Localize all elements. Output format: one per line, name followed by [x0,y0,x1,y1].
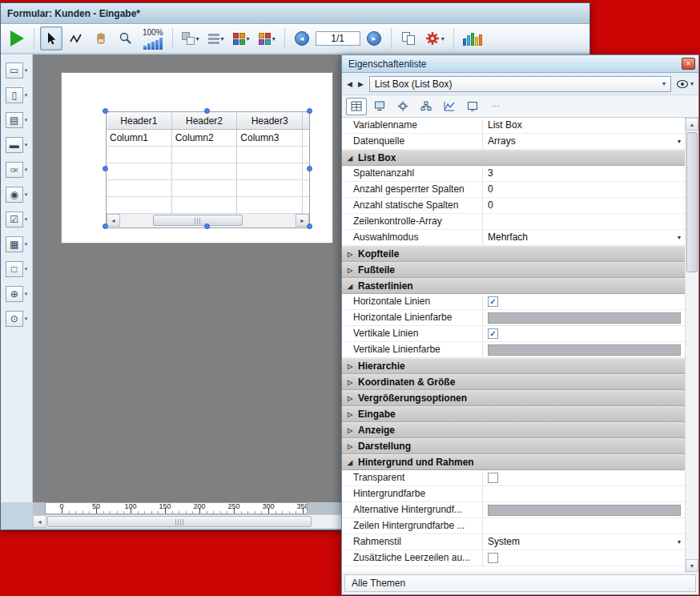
toolbox-button-dial[interactable]: ⊙ [6,311,23,327]
themes-footer[interactable]: Alle Themen [344,574,696,592]
property-row-alternative-hintergrundf[interactable]: Alternative Hintergrundf... [342,502,685,518]
color-scheme-button[interactable]: ▾ [230,26,253,50]
scroll-down-icon[interactable]: ▼ [686,559,698,572]
listbox-cell[interactable] [172,163,238,179]
color-field[interactable] [488,505,681,516]
selection-handle[interactable] [307,108,312,114]
scroll-thumb[interactable] [686,132,698,272]
property-value[interactable] [483,310,685,325]
dropdown-arrow-icon[interactable]: ▾ [678,138,681,145]
property-value[interactable]: ✓ [483,326,685,341]
checkbox[interactable] [488,473,498,483]
listbox-cell[interactable] [172,180,238,196]
page-indicator[interactable]: 1/1 [316,31,360,46]
property-value[interactable] [483,550,685,566]
object-selector-combo[interactable]: List Box (List Box) ▾ [369,76,671,92]
dropdown-arrow-icon[interactable]: ▾ [25,142,28,148]
zoom-tool-button[interactable] [115,26,137,50]
color-field[interactable] [488,344,681,356]
zoom-display[interactable]: 100% [139,26,167,51]
property-row-vertikale-linienfarbe[interactable]: Vertikale Linienfarbe [342,342,685,358]
scroll-left-icon[interactable]: ◄ [107,214,120,227]
scroll-left-icon[interactable]: ◄ [33,515,46,528]
tab-curve[interactable] [439,98,460,115]
dropdown-arrow-icon[interactable]: ▾ [25,316,28,322]
color-grid-button[interactable]: ▾ [255,26,279,50]
property-group-list-box[interactable]: ◢List Box [342,150,685,166]
property-value[interactable]: 3 [483,166,685,181]
dropdown-arrow-icon[interactable]: ▾ [25,241,28,248]
dropdown-arrow-icon[interactable]: ▾ [25,191,28,198]
property-group-kopfteile[interactable]: ▷Kopfteile [342,246,685,262]
property-row-datenquelle[interactable]: DatenquelleArrays▾ [342,134,685,150]
select-tool-button[interactable] [40,26,62,50]
window-titlebar[interactable]: Formular: Kunden - Eingabe* [1,3,589,24]
draw-tool-button[interactable] [65,26,87,50]
property-group-hierarchie[interactable]: ▷Hierarchie [342,358,685,374]
property-group-anzeige[interactable]: ▷Anzeige [342,422,685,438]
selection-handle[interactable] [103,108,108,114]
dropdown-arrow-icon[interactable]: ▾ [272,35,276,42]
property-value[interactable] [483,470,685,485]
dropdown-arrow-icon[interactable]: ▾ [441,35,445,42]
listbox-header-cell[interactable]: Header2 [172,112,238,129]
toolbox-button-text-frame[interactable]: ▭ [6,62,23,79]
toolbox-button-table[interactable]: ▦ [6,236,23,252]
property-value[interactable]: Arrays▾ [483,134,685,149]
property-group-eingabe[interactable]: ▷Eingabe [342,406,685,422]
listbox-cell[interactable] [107,180,172,196]
property-value[interactable] [483,518,685,534]
dropdown-arrow-icon[interactable]: ▾ [25,92,28,99]
tab-screen[interactable] [462,98,483,115]
dropdown-arrow-icon[interactable]: ▾ [25,266,28,272]
listbox-cell[interactable]: Column2 [172,130,238,146]
dropdown-arrow-icon[interactable]: ▾ [25,117,28,123]
align-button[interactable]: ▾ [205,26,227,50]
listbox-cell[interactable]: Column1 [107,130,172,146]
listbox-cell[interactable] [237,163,303,179]
visibility-button[interactable]: ▾ [676,79,694,89]
property-value[interactable] [483,486,685,501]
listbox-cell[interactable] [107,163,172,179]
property-value[interactable] [483,342,685,357]
property-row-zeilenkontrolle-array[interactable]: Zeilenkontrolle-Array [342,214,685,230]
property-row-transparent[interactable]: Transparent [342,470,685,486]
listbox-header-cell[interactable]: Header3 [237,112,303,129]
listbox-header-cell[interactable]: Header1 [107,112,172,129]
listbox-row[interactable] [107,180,309,197]
property-group-hintergrund-und-rahmen[interactable]: ◢Hintergrund und Rahmen [342,454,685,470]
toolbox-button-edit-field[interactable]: ▯ [6,87,23,103]
property-value[interactable] [483,502,685,517]
property-value[interactable]: Mehrfach▾ [483,230,685,245]
listbox-cell[interactable] [237,147,303,163]
listbox-row[interactable] [107,147,309,163]
listbox-row[interactable]: Column1Column2Column3 [107,130,309,147]
selection-handle[interactable] [204,224,210,229]
toolbox-button-combo-box[interactable]: ▬ [6,137,23,153]
color-field[interactable] [488,312,681,324]
toolbox-button-slider[interactable]: ⊕ [6,286,23,302]
dropdown-arrow-icon[interactable]: ▾ [662,80,666,87]
form-surface[interactable]: Header1Header2Header3 Column1Column2Colu… [61,72,333,244]
property-row-horizontale-linienfarbe[interactable]: Horizontale Linienfarbe [342,310,685,326]
property-group-vergr-erungsoptionen[interactable]: ▷Vergrößerungsoptionen [342,390,685,406]
run-button[interactable] [6,26,28,50]
selection-handle[interactable] [204,108,210,114]
tab-more[interactable]: ··· [485,98,506,115]
property-value[interactable]: 0 [483,182,685,197]
property-value[interactable]: System▾ [483,534,685,550]
chart-button[interactable] [460,26,485,50]
property-grid-scrollbar[interactable]: ▲ ▼ [685,118,698,572]
checkbox[interactable]: ✓ [488,296,498,307]
next-page-button[interactable]: ► [363,26,385,50]
property-row-zus-tzliche-leerzeilen-au[interactable]: Zusätzliche Leerzeilen au... [342,550,685,566]
close-button[interactable]: × [682,58,695,70]
dropdown-arrow-icon[interactable]: ▾ [247,35,250,42]
selection-handle[interactable] [307,224,312,229]
dropdown-arrow-icon[interactable]: ▾ [25,167,28,173]
property-value[interactable]: List Box [483,118,685,133]
listbox-cell[interactable] [172,197,238,213]
listbox-row[interactable] [107,163,309,180]
listbox-cell[interactable] [237,197,303,213]
toolbox-button-radio-button[interactable]: ◉ [6,187,23,203]
